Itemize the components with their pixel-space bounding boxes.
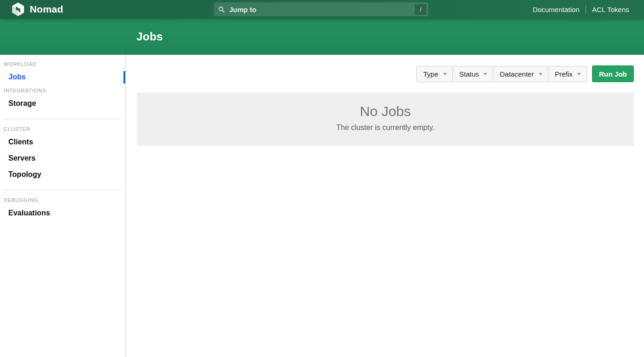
sidebar-item-topology[interactable]: Topology xyxy=(0,167,125,183)
sidebar-divider xyxy=(4,119,120,119)
sidebar-divider xyxy=(4,190,120,190)
sidebar-section-integrations: INTEGRATIONS xyxy=(4,88,122,93)
page-title: Jobs xyxy=(136,30,163,43)
main-content: Type Status Datacenter Prefix Run Job xyxy=(126,55,644,357)
chevron-down-icon xyxy=(483,73,487,76)
status-filter-label: Status xyxy=(459,70,479,78)
sidebar-item-servers[interactable]: Servers xyxy=(0,150,125,167)
empty-state-message: The cluster is currently empty. xyxy=(137,123,634,132)
empty-state-title: No Jobs xyxy=(137,104,634,119)
sidebar-item-storage[interactable]: Storage xyxy=(0,96,125,112)
nomad-home-link[interactable]: Nomad xyxy=(0,2,63,17)
nomad-logo-icon xyxy=(11,2,26,17)
sidebar-section-cluster: CLUSTER xyxy=(4,126,122,132)
sidebar-item-jobs[interactable]: Jobs xyxy=(0,69,125,85)
top-navbar: Nomad / Documentation ACL Tokens xyxy=(0,0,644,19)
page-header: Jobs xyxy=(0,19,644,55)
jump-to-search: / xyxy=(214,2,428,16)
search-shortcut-badge: / xyxy=(415,4,426,15)
topnav-links: Documentation ACL Tokens xyxy=(533,0,629,19)
acl-tokens-link[interactable]: ACL Tokens xyxy=(592,6,629,13)
sidebar: WORKLOAD Jobs INTEGRATIONS Storage CLUST… xyxy=(0,55,126,357)
search-input[interactable] xyxy=(228,5,412,14)
brand-name: Nomad xyxy=(30,4,63,15)
prefix-filter-dropdown[interactable]: Prefix xyxy=(548,66,587,82)
filter-group: Type Status Datacenter Prefix xyxy=(416,66,587,82)
datacenter-filter-label: Datacenter xyxy=(500,70,534,78)
type-filter-dropdown[interactable]: Type xyxy=(416,66,453,82)
empty-state: No Jobs The cluster is currently empty. xyxy=(137,92,634,146)
sidebar-item-evaluations[interactable]: Evaluations xyxy=(0,205,125,221)
topnav-separator xyxy=(586,6,586,13)
run-job-button[interactable]: Run Job xyxy=(592,65,634,82)
prefix-filter-label: Prefix xyxy=(555,70,573,78)
sidebar-section-workload: WORKLOAD xyxy=(4,61,122,67)
chevron-down-icon xyxy=(443,73,447,76)
sidebar-item-clients[interactable]: Clients xyxy=(0,134,125,150)
documentation-link[interactable]: Documentation xyxy=(533,6,580,13)
sidebar-section-debugging: DEBUGGING xyxy=(4,197,122,203)
datacenter-filter-dropdown[interactable]: Datacenter xyxy=(493,66,548,82)
jobs-toolbar: Type Status Datacenter Prefix Run Job xyxy=(126,55,644,82)
search-icon xyxy=(218,6,225,13)
type-filter-label: Type xyxy=(423,70,438,78)
chevron-down-icon xyxy=(539,73,542,76)
chevron-down-icon xyxy=(577,73,581,76)
status-filter-dropdown[interactable]: Status xyxy=(452,66,494,82)
